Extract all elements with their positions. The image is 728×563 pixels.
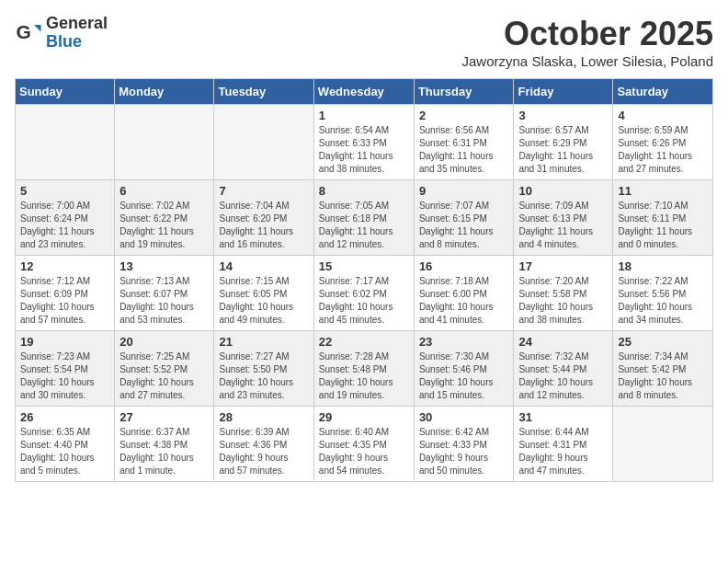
calendar-cell: 11Sunrise: 7:10 AM Sunset: 6:11 PM Dayli… <box>613 180 713 256</box>
week-row-2: 5Sunrise: 7:00 AM Sunset: 6:24 PM Daylig… <box>16 180 713 256</box>
logo: G General Blue <box>15 15 108 52</box>
day-info: Sunrise: 6:37 AM Sunset: 4:38 PM Dayligh… <box>119 426 209 477</box>
calendar-cell: 4Sunrise: 6:59 AM Sunset: 6:26 PM Daylig… <box>613 105 713 180</box>
day-number: 9 <box>419 184 509 198</box>
day-number: 19 <box>20 335 109 349</box>
day-number: 26 <box>20 410 109 424</box>
calendar-cell: 10Sunrise: 7:09 AM Sunset: 6:13 PM Dayli… <box>514 180 613 256</box>
svg-text:G: G <box>17 21 31 42</box>
day-info: Sunrise: 7:25 AM Sunset: 5:52 PM Dayligh… <box>119 350 209 402</box>
day-number: 12 <box>20 259 109 273</box>
calendar-cell: 7Sunrise: 7:04 AM Sunset: 6:20 PM Daylig… <box>214 180 313 256</box>
calendar-cell: 17Sunrise: 7:20 AM Sunset: 5:58 PM Dayli… <box>514 256 613 331</box>
calendar-cell: 18Sunrise: 7:22 AM Sunset: 5:56 PM Dayli… <box>613 256 713 331</box>
calendar-cell: 26Sunrise: 6:35 AM Sunset: 4:40 PM Dayli… <box>16 407 115 482</box>
weekday-header-row: SundayMondayTuesdayWednesdayThursdayFrid… <box>16 79 713 105</box>
week-row-5: 26Sunrise: 6:35 AM Sunset: 4:40 PM Dayli… <box>16 407 713 482</box>
day-number: 15 <box>319 259 409 273</box>
day-info: Sunrise: 6:44 AM Sunset: 4:31 PM Dayligh… <box>518 426 608 477</box>
logo-text: General Blue <box>46 15 108 52</box>
logo-blue: Blue <box>46 33 108 52</box>
day-info: Sunrise: 7:23 AM Sunset: 5:54 PM Dayligh… <box>20 350 109 402</box>
day-number: 11 <box>618 184 708 198</box>
calendar-table: SundayMondayTuesdayWednesdayThursdayFrid… <box>15 78 713 482</box>
week-row-3: 12Sunrise: 7:12 AM Sunset: 6:09 PM Dayli… <box>16 256 713 331</box>
weekday-header-thursday: Thursday <box>414 79 514 105</box>
calendar-cell: 29Sunrise: 6:40 AM Sunset: 4:35 PM Dayli… <box>313 407 414 482</box>
day-info: Sunrise: 7:13 AM Sunset: 6:07 PM Dayligh… <box>119 275 209 327</box>
calendar-cell: 27Sunrise: 6:37 AM Sunset: 4:38 PM Dayli… <box>115 407 214 482</box>
day-info: Sunrise: 6:40 AM Sunset: 4:35 PM Dayligh… <box>319 426 409 477</box>
logo-icon: G <box>15 19 42 47</box>
day-info: Sunrise: 6:35 AM Sunset: 4:40 PM Dayligh… <box>20 426 109 477</box>
calendar-cell <box>16 105 115 180</box>
calendar-cell: 1Sunrise: 6:54 AM Sunset: 6:33 PM Daylig… <box>313 105 414 180</box>
calendar-cell: 13Sunrise: 7:13 AM Sunset: 6:07 PM Dayli… <box>115 256 214 331</box>
day-number: 21 <box>219 335 308 349</box>
calendar-cell: 22Sunrise: 7:28 AM Sunset: 5:48 PM Dayli… <box>313 331 414 407</box>
calendar-cell: 2Sunrise: 6:56 AM Sunset: 6:31 PM Daylig… <box>414 105 514 180</box>
weekday-header-friday: Friday <box>514 79 613 105</box>
day-info: Sunrise: 7:00 AM Sunset: 6:24 PM Dayligh… <box>20 200 109 251</box>
day-info: Sunrise: 7:05 AM Sunset: 6:18 PM Dayligh… <box>319 200 409 251</box>
day-number: 4 <box>618 109 708 122</box>
day-number: 17 <box>518 259 608 273</box>
day-number: 20 <box>119 335 209 349</box>
day-info: Sunrise: 7:32 AM Sunset: 5:44 PM Dayligh… <box>518 350 608 402</box>
day-number: 6 <box>119 184 209 198</box>
day-info: Sunrise: 7:02 AM Sunset: 6:22 PM Dayligh… <box>119 200 209 251</box>
calendar-cell <box>115 105 214 180</box>
svg-marker-1 <box>34 25 41 32</box>
logo-general: General <box>46 15 108 33</box>
calendar-cell: 19Sunrise: 7:23 AM Sunset: 5:54 PM Dayli… <box>16 331 115 407</box>
day-number: 31 <box>518 410 608 424</box>
day-number: 2 <box>419 109 509 122</box>
day-info: Sunrise: 6:59 AM Sunset: 6:26 PM Dayligh… <box>618 124 708 176</box>
day-number: 25 <box>618 335 708 349</box>
day-number: 23 <box>419 335 509 349</box>
calendar-cell: 3Sunrise: 6:57 AM Sunset: 6:29 PM Daylig… <box>514 105 613 180</box>
day-number: 13 <box>119 259 209 273</box>
calendar-cell: 30Sunrise: 6:42 AM Sunset: 4:33 PM Dayli… <box>414 407 514 482</box>
day-number: 5 <box>20 184 109 198</box>
calendar-cell: 12Sunrise: 7:12 AM Sunset: 6:09 PM Dayli… <box>16 256 115 331</box>
day-info: Sunrise: 6:57 AM Sunset: 6:29 PM Dayligh… <box>518 124 608 176</box>
day-info: Sunrise: 7:09 AM Sunset: 6:13 PM Dayligh… <box>518 200 608 251</box>
calendar-cell: 21Sunrise: 7:27 AM Sunset: 5:50 PM Dayli… <box>214 331 313 407</box>
week-row-1: 1Sunrise: 6:54 AM Sunset: 6:33 PM Daylig… <box>16 105 713 180</box>
week-row-4: 19Sunrise: 7:23 AM Sunset: 5:54 PM Dayli… <box>16 331 713 407</box>
day-info: Sunrise: 7:20 AM Sunset: 5:58 PM Dayligh… <box>518 275 608 327</box>
day-info: Sunrise: 7:30 AM Sunset: 5:46 PM Dayligh… <box>419 350 509 402</box>
page-header: G General Blue October 2025 Jaworzyna Sl… <box>15 15 713 69</box>
calendar-cell: 14Sunrise: 7:15 AM Sunset: 6:05 PM Dayli… <box>214 256 313 331</box>
calendar-cell: 16Sunrise: 7:18 AM Sunset: 6:00 PM Dayli… <box>414 256 514 331</box>
day-info: Sunrise: 7:10 AM Sunset: 6:11 PM Dayligh… <box>618 200 708 251</box>
day-info: Sunrise: 7:04 AM Sunset: 6:20 PM Dayligh… <box>219 200 308 251</box>
calendar-cell: 31Sunrise: 6:44 AM Sunset: 4:31 PM Dayli… <box>514 407 613 482</box>
day-info: Sunrise: 6:42 AM Sunset: 4:33 PM Dayligh… <box>419 426 509 477</box>
day-info: Sunrise: 7:07 AM Sunset: 6:15 PM Dayligh… <box>419 200 509 251</box>
day-info: Sunrise: 6:39 AM Sunset: 4:36 PM Dayligh… <box>219 426 308 477</box>
day-number: 16 <box>419 259 509 273</box>
weekday-header-tuesday: Tuesday <box>214 79 313 105</box>
day-info: Sunrise: 7:15 AM Sunset: 6:05 PM Dayligh… <box>219 275 308 327</box>
weekday-header-wednesday: Wednesday <box>313 79 414 105</box>
day-number: 7 <box>219 184 308 198</box>
day-info: Sunrise: 6:56 AM Sunset: 6:31 PM Dayligh… <box>419 124 509 176</box>
calendar-cell: 23Sunrise: 7:30 AM Sunset: 5:46 PM Dayli… <box>414 331 514 407</box>
weekday-header-monday: Monday <box>115 79 214 105</box>
day-number: 8 <box>319 184 409 198</box>
day-number: 1 <box>319 109 409 122</box>
calendar-cell: 9Sunrise: 7:07 AM Sunset: 6:15 PM Daylig… <box>414 180 514 256</box>
day-info: Sunrise: 7:12 AM Sunset: 6:09 PM Dayligh… <box>20 275 109 327</box>
weekday-header-sunday: Sunday <box>16 79 115 105</box>
day-info: Sunrise: 7:18 AM Sunset: 6:00 PM Dayligh… <box>419 275 509 327</box>
day-info: Sunrise: 7:17 AM Sunset: 6:02 PM Dayligh… <box>319 275 409 327</box>
day-number: 10 <box>518 184 608 198</box>
calendar-cell: 15Sunrise: 7:17 AM Sunset: 6:02 PM Dayli… <box>313 256 414 331</box>
day-number: 14 <box>219 259 308 273</box>
day-info: Sunrise: 7:34 AM Sunset: 5:42 PM Dayligh… <box>618 350 708 402</box>
calendar-cell: 24Sunrise: 7:32 AM Sunset: 5:44 PM Dayli… <box>514 331 613 407</box>
calendar-cell: 8Sunrise: 7:05 AM Sunset: 6:18 PM Daylig… <box>313 180 414 256</box>
day-info: Sunrise: 7:28 AM Sunset: 5:48 PM Dayligh… <box>319 350 409 402</box>
